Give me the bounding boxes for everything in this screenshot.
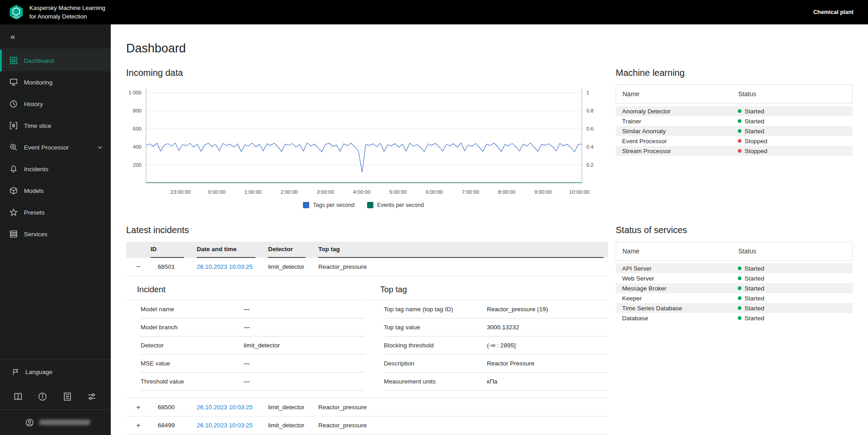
status-dot xyxy=(738,316,741,320)
incidents-table-header: ID Date and time Detector Top tag xyxy=(126,242,608,258)
detail-value: кПа xyxy=(487,378,497,385)
app-title: Kaspersky Machine Learning for Anomaly D… xyxy=(29,4,105,21)
sidebar-tools xyxy=(0,384,111,409)
status-dot xyxy=(738,119,741,123)
incident-date-link[interactable]: 26.10.2023 10:03:25 xyxy=(197,263,253,270)
detail-row: Measurement unitsкПа xyxy=(384,373,608,391)
status-dot xyxy=(738,109,741,113)
account-email-redacted xyxy=(39,420,90,425)
column-header-detector[interactable]: Detector xyxy=(268,242,318,258)
sidebar: « Dashboard Monitoring History Time slic… xyxy=(0,24,111,435)
collapse-incident-toggle[interactable]: − xyxy=(126,263,151,271)
column-header-expand xyxy=(126,242,151,258)
status-dot xyxy=(738,306,741,310)
incoming-data-section: Incoming data 2004006008001 0000.20.40.6… xyxy=(126,68,608,225)
info-icon[interactable] xyxy=(38,392,47,401)
latest-incidents-heading: Latest incidents xyxy=(126,225,608,235)
sidebar-item-label: Presets xyxy=(24,209,45,216)
sidebar-item-history[interactable]: History xyxy=(0,93,111,115)
table-row: Database Started xyxy=(616,313,853,323)
column-header-top-tag[interactable]: Top tag xyxy=(318,242,608,258)
incident-row: + 68500 26.10.2023 10:03:25 limit_detect… xyxy=(126,398,608,416)
table-row: API Server Started xyxy=(616,263,853,273)
table-rows: Anomaly Detector Started Trainer Started… xyxy=(616,106,853,156)
status-label: Started xyxy=(745,108,764,115)
table-row: Message Broker Started xyxy=(616,283,853,293)
sidebar-item-incidents[interactable]: Incidents xyxy=(0,158,111,180)
status-label: Started xyxy=(745,265,764,272)
detail-value: limit_detector xyxy=(244,342,280,349)
main-content: Dashboard Incoming data 2004006008001 00… xyxy=(111,24,868,435)
svg-text:400: 400 xyxy=(133,144,142,150)
status-label: Started xyxy=(745,128,764,135)
svg-text:8:00:00: 8:00:00 xyxy=(498,189,515,195)
legend-swatch-events xyxy=(367,202,373,208)
table-rows: API Server Started Web Server Started Me… xyxy=(616,263,853,323)
svg-text:1: 1 xyxy=(586,90,589,95)
legend-events-per-second[interactable]: Events per second xyxy=(367,202,424,208)
sidebar-item-time-slice[interactable]: Time slice xyxy=(0,115,111,136)
detail-label: Top tag value xyxy=(384,324,487,331)
column-header-id[interactable]: ID xyxy=(151,242,197,258)
chart-legend: Tags per second Events per second xyxy=(126,202,601,208)
status-dot xyxy=(738,149,741,153)
machine-learning-table: Name Status Anomaly Detector Started Tra… xyxy=(616,84,853,156)
detail-row: Model name— xyxy=(141,300,365,318)
status-label: Stopped xyxy=(745,148,767,154)
expand-incident-toggle[interactable]: + xyxy=(126,403,151,411)
sidebar-item-models[interactable]: Models xyxy=(0,180,111,201)
detail-label: Blocking threshold xyxy=(384,342,487,349)
guide-book-icon[interactable] xyxy=(14,392,23,401)
sidebar-item-presets[interactable]: Presets xyxy=(0,201,111,223)
account-button[interactable] xyxy=(0,410,111,435)
detail-label: Model name xyxy=(141,306,244,313)
detail-value: — xyxy=(244,378,250,385)
svg-text:9:00:00: 9:00:00 xyxy=(534,189,552,195)
incoming-data-chart: 2004006008001 0000.20.40.60.8123:00:000:… xyxy=(126,84,601,197)
table-row: Web Server Started xyxy=(616,273,853,283)
legend-tags-per-second[interactable]: Tags per second xyxy=(303,202,354,208)
table-header: Name Status xyxy=(616,84,853,103)
legend-swatch-tags xyxy=(303,202,309,208)
incoming-data-heading: Incoming data xyxy=(126,68,608,78)
detail-row: Top tag name (top tag ID)Reactor_pressur… xyxy=(384,300,608,318)
detail-label: Detector xyxy=(141,342,244,349)
svg-text:0.4: 0.4 xyxy=(586,144,594,150)
sidebar-item-label: Incidents xyxy=(24,166,48,173)
incident-panel-title: Incident xyxy=(126,276,365,300)
detail-label: Top tag name (top tag ID) xyxy=(384,306,487,313)
svg-text:0:00:00: 0:00:00 xyxy=(208,189,225,195)
sidebar-item-event-processor[interactable]: Event Processor xyxy=(0,136,111,158)
column-header-status: Status xyxy=(738,90,756,98)
sidebar-item-monitoring[interactable]: Monitoring xyxy=(0,71,111,93)
incident-top-tag: Reactor_pressure xyxy=(318,404,608,411)
svg-text:2:00:00: 2:00:00 xyxy=(281,189,298,195)
status-label: Started xyxy=(745,295,764,302)
column-header-date[interactable]: Date and time xyxy=(197,242,268,258)
changelog-icon[interactable] xyxy=(63,392,72,401)
svg-text:5:00:00: 5:00:00 xyxy=(389,189,406,195)
table-row: Similar Anomaly Started xyxy=(616,126,853,136)
top-bar: MLAD Kaspersky Machine Learning for Anom… xyxy=(0,0,868,24)
language-flag-icon xyxy=(12,368,19,376)
detail-value: Reactor Pressure xyxy=(487,360,534,367)
sidebar-item-label: Monitoring xyxy=(24,79,52,86)
language-button[interactable]: Language xyxy=(0,360,111,384)
detail-label: Threshold value xyxy=(141,378,244,385)
monitor-icon xyxy=(9,78,18,86)
machine-learning-section: Machine learning Name Status Anomaly Det… xyxy=(616,68,853,225)
incident-detail: Incident Model name— Model branch— Detec… xyxy=(126,276,608,398)
sidebar-item-services[interactable]: Services xyxy=(0,223,111,245)
svg-text:23:00:00: 23:00:00 xyxy=(170,189,191,195)
incident-date-link[interactable]: 26.10.2023 10:03:25 xyxy=(197,404,253,411)
expand-incident-toggle[interactable]: + xyxy=(126,421,151,429)
incident-detector: limit_detector xyxy=(268,422,318,429)
sidebar-item-dashboard[interactable]: Dashboard xyxy=(0,50,111,71)
alarm-bell-icon xyxy=(9,165,18,173)
sidebar-item-label: History xyxy=(24,101,43,108)
settings-sliders-icon[interactable] xyxy=(87,392,96,401)
collapse-sidebar-button[interactable]: « xyxy=(0,24,111,48)
column-header-name: Name xyxy=(616,90,738,98)
svg-text:200: 200 xyxy=(133,162,142,168)
incident-date-link[interactable]: 26.10.2023 10:03:25 xyxy=(197,422,253,429)
